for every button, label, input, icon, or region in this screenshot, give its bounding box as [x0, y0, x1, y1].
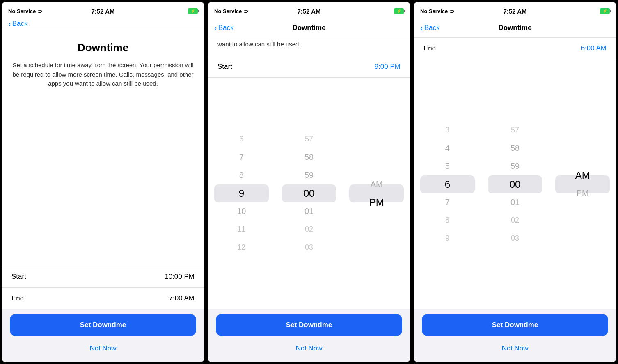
- battery-icon-1: ⚡: [188, 8, 198, 14]
- picker-min3-item-00[interactable]: 00: [481, 175, 549, 193]
- status-bar-3: No Service ⊃ 7:52 AM ⚡: [414, 2, 616, 20]
- picker-min3-item-02[interactable]: 02: [481, 212, 549, 230]
- picker-hour-item-8[interactable]: 8: [414, 212, 481, 230]
- picker-min3-item-57[interactable]: 57: [481, 121, 549, 139]
- picker-hour-item-4[interactable]: 4: [414, 139, 481, 157]
- back-label-1[interactable]: Back: [12, 20, 28, 28]
- picker-min-item-03[interactable]: 03: [275, 239, 343, 257]
- start-row-1[interactable]: Start 10:00 PM: [2, 266, 204, 287]
- time-label-2: 7:52 AM: [298, 8, 321, 15]
- picker-min-item-57[interactable]: 57: [275, 130, 343, 148]
- end-label-1: End: [11, 294, 24, 303]
- battery-icon-2: ⚡: [394, 8, 404, 14]
- back-label-2[interactable]: Back: [218, 24, 234, 32]
- picker-hour-item-10[interactable]: 10: [208, 202, 275, 221]
- back-button-1[interactable]: ‹ Back: [8, 20, 27, 28]
- end-label-3: End: [423, 44, 436, 52]
- picker-min3-item-03[interactable]: 03: [481, 230, 549, 248]
- picker-hour-item-5[interactable]: 5: [414, 157, 481, 175]
- start-label-1: Start: [11, 273, 26, 281]
- picker-min-item-02[interactable]: 02: [275, 221, 343, 239]
- chevron-left-icon-3: ‹: [420, 24, 423, 32]
- nav-title-2: Downtime: [292, 24, 325, 32]
- picker-pm3-item[interactable]: PM: [549, 184, 616, 202]
- nav-title-3: Downtime: [498, 24, 531, 32]
- end-value-blue-3: 6:00 AM: [581, 44, 607, 52]
- picker-am-item[interactable]: AM: [343, 175, 410, 193]
- status-right-3: ⚡: [600, 8, 610, 14]
- battery-icon-3: ⚡: [600, 8, 610, 14]
- picker-min-item-59[interactable]: 59: [275, 166, 343, 184]
- picker-hour-item-9[interactable]: 9: [208, 184, 275, 202]
- end-row-3[interactable]: End 6:00 AM: [414, 38, 616, 59]
- picker-min-item-01[interactable]: 01: [275, 202, 343, 221]
- screen-content-1: Downtime Set a schedule for time away fr…: [2, 29, 204, 309]
- picker-min3-item-59[interactable]: 59: [481, 157, 549, 175]
- no-service-label-2: No Service: [214, 8, 242, 14]
- picker-minute-column-2[interactable]: 57 58 59 00 01 02 03: [275, 78, 343, 309]
- no-service-label-3: No Service: [420, 8, 448, 14]
- start-label-2: Start: [217, 63, 232, 71]
- intro-description-1: Set a schedule for time away from the sc…: [11, 61, 195, 89]
- set-downtime-button-1[interactable]: Set Downtime: [10, 314, 196, 336]
- set-downtime-button-2[interactable]: Set Downtime: [216, 314, 402, 336]
- picker-hour-item-12[interactable]: 12: [208, 239, 275, 257]
- screen-content-2: want to allow can still be used. Start 9…: [208, 37, 410, 309]
- picker-min-item-00[interactable]: 00: [275, 184, 343, 202]
- picker-min3-item-58[interactable]: 58: [481, 139, 549, 157]
- intro-content-1: Downtime Set a schedule for time away fr…: [2, 29, 204, 266]
- chevron-left-icon-2: ‹: [214, 24, 217, 32]
- wifi-icon-3: ⊃: [450, 8, 454, 14]
- status-right-2: ⚡: [394, 8, 404, 14]
- picker-hour-item-11[interactable]: 11: [208, 221, 275, 239]
- not-now-button-1[interactable]: Not Now: [10, 341, 196, 356]
- picker-hour-column-2[interactable]: 6 7 8 9 10 11 12: [208, 78, 275, 309]
- picker-ampm-column-2[interactable]: AM PM: [343, 78, 410, 309]
- intro-title-1: Downtime: [11, 41, 195, 54]
- not-now-button-2[interactable]: Not Now: [216, 341, 402, 356]
- chevron-left-icon-1: ‹: [8, 20, 11, 28]
- status-left-3: No Service ⊃: [420, 8, 454, 14]
- start-row-2[interactable]: Start 9:00 PM: [208, 56, 410, 77]
- nav-bar-3: ‹ Back Downtime: [414, 20, 616, 37]
- picker-container-2[interactable]: 6 7 8 9 10 11 12 57 58 59 00 01 02: [208, 78, 410, 309]
- start-time-row-1[interactable]: Start 10:00 PM: [11, 266, 195, 287]
- picker-hour-item-7[interactable]: 7: [208, 148, 275, 166]
- wifi-icon-1: ⊃: [38, 8, 42, 14]
- nav-bar-1: ‹ Back: [2, 20, 204, 29]
- set-downtime-button-3[interactable]: Set Downtime: [422, 314, 608, 336]
- picker-hour-item-7[interactable]: 7: [414, 193, 481, 212]
- picker-min3-item-01[interactable]: 01: [481, 193, 549, 212]
- not-now-button-3[interactable]: Not Now: [422, 341, 608, 356]
- picker-am3-item[interactable]: AM: [549, 166, 616, 184]
- picker-hour-item-9[interactable]: 9: [414, 230, 481, 248]
- start-value-blue-2: 9:00 PM: [375, 63, 401, 71]
- status-bar-1: No Service ⊃ 7:52 AM ⚡: [2, 2, 204, 20]
- picker-pm-item[interactable]: PM: [343, 193, 410, 212]
- phone-panel-3: No Service ⊃ 7:52 AM ⚡ ‹ Back Downtime E…: [414, 2, 616, 362]
- end-row-1[interactable]: End 7:00 AM: [2, 288, 204, 309]
- picker-min-item-58[interactable]: 58: [275, 148, 343, 166]
- partial-text-2: want to allow can still be used.: [208, 37, 410, 56]
- start-value-1: 10:00 PM: [165, 273, 195, 281]
- picker-container-3[interactable]: 3 4 5 6 7 8 9 57 58 59 00 01 02: [414, 59, 616, 309]
- end-time-row-1[interactable]: End 7:00 AM: [11, 288, 195, 309]
- picker-ampm-column-3[interactable]: AM PM: [549, 59, 616, 309]
- phone-panel-2: No Service ⊃ 7:52 AM ⚡ ‹ Back Downtime w…: [208, 2, 410, 362]
- screen-content-3: End 6:00 AM 3 4 5 6 7 8 9: [414, 37, 616, 309]
- time-label-1: 7:52 AM: [92, 8, 115, 15]
- bottom-area-1: Set Downtime Not Now: [2, 309, 204, 362]
- picker-hour-item-3[interactable]: 3: [414, 121, 481, 139]
- picker-hour-column-3[interactable]: 3 4 5 6 7 8 9: [414, 59, 481, 309]
- bottom-area-2: Set Downtime Not Now: [208, 309, 410, 362]
- status-right-1: ⚡: [188, 8, 198, 14]
- back-button-2[interactable]: ‹ Back: [214, 24, 233, 32]
- picker-hour-item-6[interactable]: 6: [414, 175, 481, 193]
- status-left-2: No Service ⊃: [214, 8, 248, 14]
- picker-minute-column-3[interactable]: 57 58 59 00 01 02 03: [481, 59, 549, 309]
- picker-hour-item-8[interactable]: 8: [208, 166, 275, 184]
- back-button-3[interactable]: ‹ Back: [420, 24, 439, 32]
- status-bar-2: No Service ⊃ 7:52 AM ⚡: [208, 2, 410, 20]
- back-label-3[interactable]: Back: [424, 24, 440, 32]
- picker-hour-item-6[interactable]: 6: [208, 130, 275, 148]
